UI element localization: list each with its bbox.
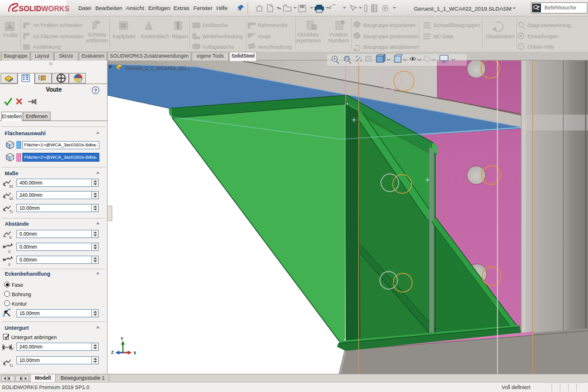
svg-text:D2: D2 xyxy=(9,197,14,200)
svg-text:D: D xyxy=(9,236,12,239)
svg-text:Y: Y xyxy=(121,337,123,341)
svg-text:G: G xyxy=(8,263,11,266)
svg-text:G: G xyxy=(8,250,11,253)
svg-text:X: X xyxy=(133,351,136,355)
svg-text:Z: Z xyxy=(111,350,114,354)
svg-text:?: ? xyxy=(520,45,522,49)
svg-text:T1: T1 xyxy=(9,210,13,213)
svg-text:T1: T1 xyxy=(9,364,13,367)
svg-text:Geruest_1_1_WCA#22_201...: Geruest_1_1_WCA#22_201... xyxy=(125,65,191,71)
svg-text:V: V xyxy=(12,347,14,350)
svg-text:D1: D1 xyxy=(9,185,14,188)
